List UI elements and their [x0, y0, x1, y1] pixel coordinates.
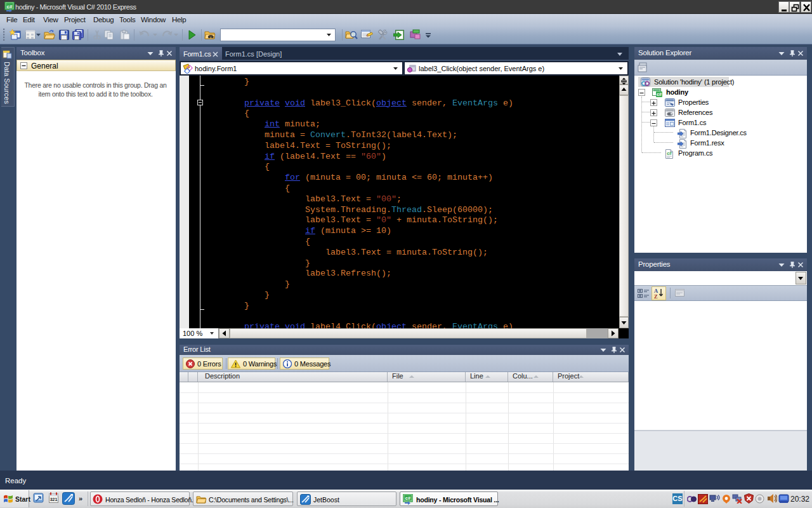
svg-text:c#: c#: [405, 495, 411, 501]
svg-text:c#: c#: [7, 4, 13, 10]
svg-text:c#: c#: [657, 91, 662, 97]
svg-text:Z: Z: [654, 293, 658, 299]
svg-text:»: »: [79, 495, 82, 502]
svg-text:c#: c#: [667, 151, 672, 156]
svg-text:321: 321: [50, 497, 58, 502]
